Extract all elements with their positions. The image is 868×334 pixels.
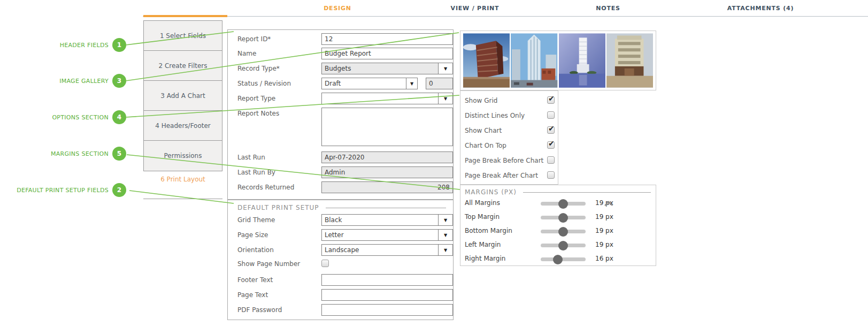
report-type-dropdown[interactable]: ▼	[321, 93, 453, 104]
sidebar-item-select-fields[interactable]: 1 Select Fields	[144, 21, 222, 51]
tab-view-print[interactable]: VIEW / PRINT	[451, 5, 500, 12]
midrise-building-photo[interactable]	[606, 33, 653, 88]
orientation-value: Landscape	[322, 245, 438, 255]
annotation-number-badge: 4	[112, 110, 126, 124]
default-print-setup-form: DEFAULT PRINT SETUP Grid Theme Black ▼ P…	[227, 200, 454, 320]
tab-bar: DESIGN VIEW / PRINT NOTES ATTACHMENTS (4…	[143, 0, 868, 17]
name-label: Name	[237, 50, 256, 57]
pdf-password-input[interactable]	[321, 304, 453, 316]
sidebar-item-print-layout[interactable]: 6 Print Layout	[143, 174, 222, 184]
all-margins-slider[interactable]	[541, 202, 586, 206]
footer-text-input[interactable]	[321, 274, 453, 286]
slider-thumb[interactable]	[558, 227, 568, 237]
chart-on-top-checkbox[interactable]: ✔	[547, 141, 555, 149]
page-size-dropdown[interactable]: Letter ▼	[321, 229, 453, 241]
option-page-break-after-chart: Page Break After Chart ✔	[460, 170, 558, 182]
report-notes-textarea[interactable]	[321, 108, 453, 146]
status-value: Draft	[322, 78, 406, 89]
margin-label: Bottom Margin	[465, 227, 512, 234]
tab-attachments[interactable]: ATTACHMENTS (4)	[727, 5, 794, 12]
annotation-header-fields: HEADER FIELDS 1	[0, 38, 126, 52]
bottom-margin-row: Bottom Margin 19 px	[460, 225, 656, 237]
report-type-value	[322, 93, 438, 104]
annotation-label: OPTIONS SECTION	[52, 114, 109, 121]
chevron-up-icon[interactable]	[604, 199, 613, 209]
page-text-label: Page Text	[237, 291, 268, 299]
left-margin-slider[interactable]	[541, 244, 586, 247]
status-dropdown[interactable]: Draft ▼	[321, 78, 418, 89]
slider-thumb[interactable]	[558, 213, 568, 223]
last-run-by-field: Admin	[321, 166, 453, 178]
orientation-label: Orientation	[237, 246, 274, 254]
office-building-photo[interactable]	[463, 33, 510, 88]
top-margin-slider[interactable]	[541, 216, 586, 219]
margin-value: 19 px	[595, 227, 613, 234]
sidebar-divider	[143, 199, 222, 199]
dropdown-arrow-icon: ▼	[438, 63, 452, 74]
distinct-lines-only-checkbox[interactable]: ✔	[547, 111, 555, 119]
margin-label: Right Margin	[465, 255, 505, 262]
margin-value: 16 px	[595, 255, 613, 262]
annotation-label: HEADER FIELDS	[60, 42, 109, 49]
status-revision-label: Status / Revision	[237, 80, 291, 87]
option-chart-on-top: Chart On Top ✔	[460, 140, 558, 152]
option-distinct-lines-only: Distinct Lines Only ✔	[460, 110, 558, 122]
sidebar-item-headers-footer[interactable]: 4 Headers/Footer	[144, 111, 222, 141]
tab-design[interactable]: DESIGN	[324, 5, 351, 12]
page-size-label: Page Size	[237, 231, 268, 239]
record-type-value: Budgets	[322, 63, 438, 74]
name-input[interactable]	[321, 48, 453, 59]
show-page-number-checkbox[interactable]: ✔	[321, 260, 329, 267]
report-id-input[interactable]	[321, 33, 453, 45]
tab-notes[interactable]: NOTES	[596, 5, 620, 12]
dropdown-arrow-icon: ▼	[438, 215, 452, 225]
grid-theme-value: Black	[322, 215, 438, 225]
annotation-label: IMAGE GALLERY	[59, 78, 109, 85]
orientation-dropdown[interactable]: Landscape ▼	[321, 244, 453, 256]
annotation-image-gallery: IMAGE GALLERY 3	[0, 74, 126, 88]
print-setup-title: DEFAULT PRINT SETUP	[237, 204, 319, 211]
sidebar-item-permissions[interactable]: Permissions	[144, 141, 222, 171]
page-break-before-chart-checkbox[interactable]: ✔	[547, 156, 555, 164]
white-tower-photo[interactable]	[559, 33, 605, 88]
option-label: Show Grid	[465, 97, 497, 104]
revision-field: 0	[426, 78, 453, 89]
active-tab-indicator	[143, 15, 227, 17]
grid-theme-label: Grid Theme	[237, 216, 275, 224]
annotation-number-badge: 1	[112, 38, 126, 52]
dropdown-arrow-icon: ▼	[406, 78, 417, 89]
glass-tower-photo[interactable]	[511, 33, 557, 88]
record-type-dropdown[interactable]: Budgets ▼	[321, 63, 453, 74]
page-text-input[interactable]	[321, 289, 453, 301]
report-type-label: Report Type	[237, 95, 275, 102]
option-label: Chart On Top	[465, 142, 506, 149]
record-type-label: Record Type*	[237, 65, 280, 72]
show-grid-checkbox[interactable]: ✔	[547, 96, 555, 104]
page-size-value: Letter	[322, 230, 438, 240]
sidebar-item-add-a-chart[interactable]: 3 Add A Chart	[144, 81, 222, 111]
grid-theme-dropdown[interactable]: Black ▼	[321, 214, 453, 226]
dropdown-arrow-icon: ▼	[438, 245, 452, 255]
slider-thumb[interactable]	[558, 241, 568, 250]
slider-thumb[interactable]	[553, 255, 563, 264]
margins-title: MARGINS (PX)	[465, 188, 517, 196]
show-chart-checkbox[interactable]: ✔	[547, 126, 555, 134]
margin-label: All Margins	[465, 199, 500, 207]
sidebar-item-create-filters[interactable]: 2 Create Filters	[144, 51, 222, 81]
slider-thumb[interactable]	[558, 199, 568, 209]
margins-panel: MARGINS (PX) All Margins 19 px Top Margi…	[460, 185, 656, 266]
report-id-label: Report ID*	[237, 35, 271, 43]
annotation-number-badge: 2	[112, 183, 126, 197]
option-label: Distinct Lines Only	[465, 112, 525, 119]
page-break-after-chart-checkbox[interactable]: ✔	[547, 171, 555, 179]
bottom-margin-slider[interactable]	[541, 230, 586, 233]
last-run-by-label: Last Run By	[237, 169, 275, 176]
right-margin-slider[interactable]	[541, 257, 586, 261]
image-gallery	[460, 31, 656, 90]
footer-text-label: Footer Text	[237, 276, 273, 284]
option-show-grid: Show Grid ✔	[460, 95, 558, 107]
annotation-margins-section: MARGINS SECTION 5	[0, 147, 126, 161]
records-returned-label: Records Returned	[237, 184, 294, 191]
margin-value: 19 px	[595, 241, 613, 248]
checkmark-icon: ✔	[548, 139, 555, 148]
